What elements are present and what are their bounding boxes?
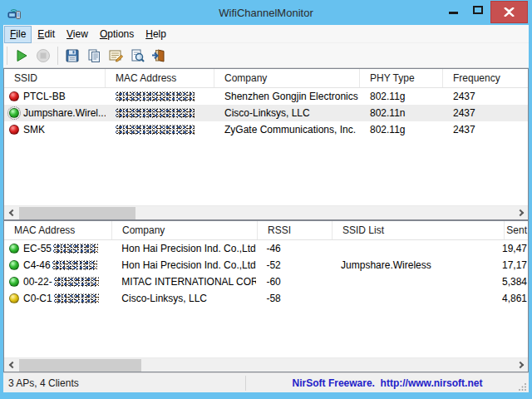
ap-list-empty-area: [4, 138, 528, 205]
app-icon: [7, 6, 22, 19]
scroll-right-button[interactable]: [514, 358, 528, 372]
title-bar[interactable]: WifiChannelMonitor: [0, 0, 532, 25]
client-row[interactable]: C0-C1 Cisco-Linksys, LLC -58 4,861: [4, 290, 528, 307]
ap-company: Cisco-Linksys, LLC: [214, 105, 360, 121]
client-ssid-list: [331, 290, 502, 307]
copy-button[interactable]: [83, 45, 105, 66]
ap-status-icon: [9, 108, 19, 118]
column-header-mac[interactable]: MAC Address: [4, 221, 112, 239]
stop-capture-button[interactable]: [32, 45, 54, 66]
ap-frequency: 2437: [443, 88, 528, 105]
scrollbar-thumb[interactable]: [19, 207, 135, 219]
menu-help[interactable]: Help: [140, 26, 172, 43]
menu-edit[interactable]: Edit: [32, 26, 61, 43]
save-icon: [65, 48, 80, 63]
chevron-left-icon: [8, 362, 15, 368]
column-header-frequency[interactable]: Frequency: [443, 69, 528, 87]
client-status-icon: [9, 244, 19, 254]
redacted-mac-blur: [54, 293, 99, 303]
column-header-sent[interactable]: Sent: [505, 221, 528, 239]
menu-options[interactable]: Options: [94, 26, 140, 43]
column-header-ssid[interactable]: SSID: [4, 69, 106, 87]
column-header-mac[interactable]: MAC Address: [106, 69, 214, 87]
column-header-rssi[interactable]: RSSI: [258, 221, 332, 239]
close-icon: [504, 7, 515, 17]
properties-button[interactable]: [105, 45, 126, 66]
ap-phy-type: 802.11n: [360, 105, 443, 121]
scrollbar-thumb[interactable]: [19, 359, 141, 372]
client-sent: 4,861: [502, 290, 528, 307]
client-row[interactable]: C4-46 Hon Hai Precision Ind. Co.,Ltd. -5…: [4, 257, 528, 273]
client-row[interactable]: 00-22- MITAC INTERNATIONAL CORP. -60 5,3…: [4, 273, 528, 290]
client-mac-prefix: C4-46: [23, 259, 51, 271]
client-row[interactable]: EC-55 Hon Hai Precision Ind. Co.,Ltd. -4…: [4, 240, 528, 257]
client-rssi: -52: [256, 257, 331, 273]
find-icon: [130, 48, 145, 63]
redacted-mac-blur: [53, 244, 98, 254]
column-header-phy[interactable]: PHY Type: [360, 69, 443, 87]
resize-grip[interactable]: [519, 382, 527, 391]
ap-phy-type: 802.11g: [360, 121, 443, 138]
client-status-icon: [9, 293, 19, 303]
scroll-right-button[interactable]: [514, 206, 528, 220]
toolbar: [3, 43, 529, 68]
client-sent: 19,47: [502, 240, 528, 257]
minimize-button[interactable]: [441, 1, 466, 19]
start-capture-button[interactable]: [11, 45, 32, 66]
ap-table-header: SSID MAC Address Company PHY Type Freque…: [4, 69, 528, 88]
ap-status-icon: [9, 125, 19, 135]
client-status-icon: [9, 277, 19, 287]
redacted-mac-blur: [52, 260, 97, 270]
client-horizontal-scrollbar[interactable]: [4, 357, 528, 372]
client-table-header: MAC Address Company RSSI SSID List Sent: [4, 221, 528, 240]
exit-icon: [151, 48, 167, 63]
client-company: MITAC INTERNATIONAL CORP.: [111, 273, 256, 290]
client-ssid-list: [331, 240, 502, 257]
ap-row[interactable]: PTCL-BB Shenzhen Gongjin Electronics ...…: [4, 88, 528, 105]
client-ssid-list: Jumpshare.Wireless: [331, 257, 502, 273]
client-mac-prefix: C0-C1: [23, 293, 52, 304]
save-button[interactable]: [62, 45, 83, 66]
client-rssi: -46: [256, 240, 331, 257]
minimize-icon: [449, 12, 458, 14]
ap-ssid: PTCL-BB: [23, 91, 66, 102]
redacted-mac-blur: [54, 277, 99, 287]
menu-file[interactable]: File: [4, 26, 32, 43]
client-status-icon: [9, 260, 19, 270]
client-company: Hon Hai Precision Ind. Co.,Ltd.: [111, 240, 256, 257]
ap-frequency: 2437: [443, 105, 528, 121]
toolbar-separator: [57, 47, 58, 65]
redacted-mac-blur: [116, 91, 195, 101]
ap-horizontal-scrollbar[interactable]: [4, 205, 528, 219]
ap-frequency: 2437: [443, 121, 528, 138]
redacted-mac-blur: [116, 108, 195, 118]
close-button[interactable]: [490, 1, 528, 23]
client-list-empty-area: [4, 307, 528, 357]
ap-row[interactable]: SMK ZyGate Communications, Inc. 802.11g …: [4, 121, 528, 138]
maximize-icon: [473, 6, 483, 14]
status-bar: 3 APs, 4 Clients NirSoft Freeware. http:…: [3, 372, 529, 392]
ap-status-icon: [9, 91, 19, 101]
ap-company: ZyGate Communications, Inc.: [214, 121, 360, 138]
redacted-mac-blur: [116, 125, 195, 135]
client-rssi: -60: [256, 273, 331, 290]
find-button[interactable]: [126, 45, 148, 66]
client-list-panel: MAC Address Company RSSI SSID List Sent …: [3, 220, 529, 372]
ap-row-selected[interactable]: Jumpshare.Wirel... Cisco-Linksys, LLC 80…: [4, 105, 528, 121]
column-header-company[interactable]: Company: [214, 69, 360, 87]
client-company: Cisco-Linksys, LLC: [111, 290, 256, 307]
ap-company: Shenzhen Gongjin Electronics ...: [214, 88, 360, 105]
nirsoft-link[interactable]: NirSoft Freeware. http://www.nirsoft.net: [246, 377, 529, 389]
stop-icon: [36, 48, 51, 63]
client-mac-prefix: 00-22-: [23, 276, 52, 288]
chevron-left-icon: [8, 209, 15, 216]
column-header-company[interactable]: Company: [112, 221, 258, 239]
maximize-button[interactable]: [466, 1, 490, 19]
menu-view[interactable]: View: [61, 26, 94, 43]
scroll-left-button[interactable]: [4, 206, 18, 220]
scroll-left-button[interactable]: [4, 358, 18, 372]
client-rssi: -58: [256, 290, 331, 307]
column-header-ssid-list[interactable]: SSID List: [332, 221, 505, 239]
play-icon: [14, 48, 29, 63]
exit-button[interactable]: [148, 45, 170, 66]
